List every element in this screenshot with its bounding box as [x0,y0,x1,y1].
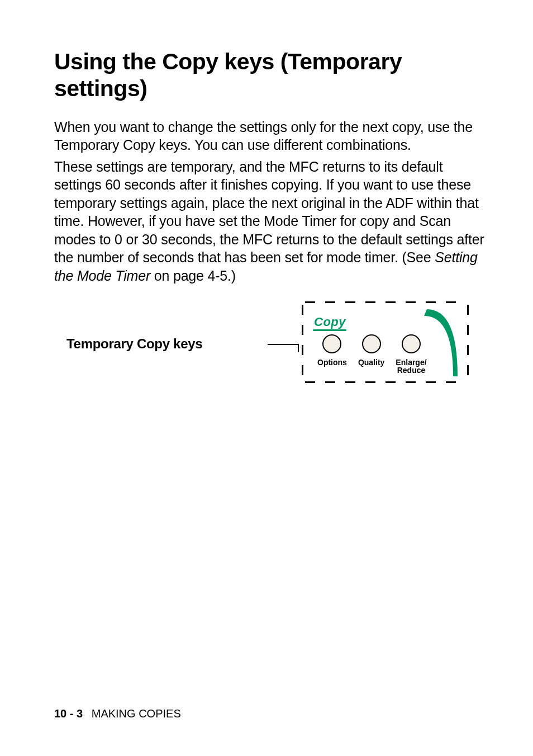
enlarge-reduce-label: Enlarge/ Reduce [396,358,426,374]
enlarge-reduce-button: Enlarge/ Reduce [396,333,426,374]
copy-title-underline [313,329,346,331]
copy-panel-title: Copy [314,315,346,329]
svg-point-2 [402,335,420,353]
figure-leader-line [268,344,299,352]
svg-point-0 [323,335,341,353]
button-icon [360,333,383,355]
paragraph-1: When you want to change the settings onl… [54,118,489,154]
page-heading: Using the Copy keys (Temporary settings) [54,48,489,102]
page-footer: 10 - 3 MAKING COPIES [54,707,181,720]
paragraph-2a: These settings are temporary, and the MF… [54,159,484,266]
page: Using the Copy keys (Temporary settings)… [0,0,533,756]
copy-swoosh-icon [424,305,463,377]
figure-copy-keys: Temporary Copy keys Copy Options [54,301,489,402]
options-label: Options [317,358,347,366]
paragraph-2: These settings are temporary, and the MF… [54,158,489,285]
section-title: MAKING COPIES [92,707,181,720]
button-icon [321,333,343,355]
quality-label: Quality [358,358,384,366]
copy-buttons-row: Options Quality Enlarge/ Reduce [317,333,427,374]
button-icon [400,333,422,355]
paragraph-2c: on page 4-5.) [150,268,236,284]
page-number: 10 - 3 [54,707,83,720]
copy-panel: Copy Options Quality [302,301,469,383]
figure-callout-label: Temporary Copy keys [66,336,202,352]
quality-button: Quality [358,333,384,374]
svg-point-1 [363,335,380,353]
options-button: Options [317,333,347,374]
